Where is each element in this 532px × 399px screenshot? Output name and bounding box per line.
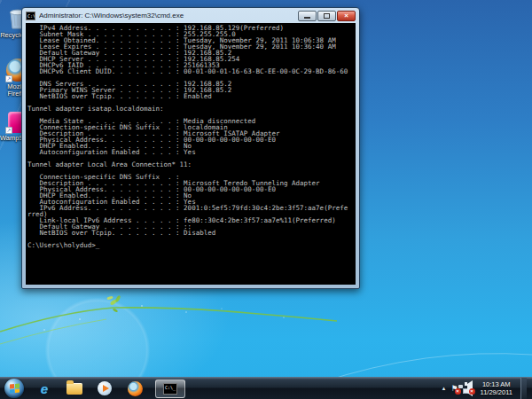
maximize-icon (324, 13, 330, 19)
firefox-icon (128, 381, 143, 396)
cmd-titlebar[interactable]: C:\_ Administrator: C:\Windows\system32\… (22, 8, 359, 23)
alert-badge: × (455, 388, 461, 395)
close-button[interactable]: × (337, 11, 356, 21)
console-text: IPv4 Address. . . . . . . . . . . : 192.… (26, 23, 356, 248)
taskbar-clock[interactable]: 10:13 AM 11/29/2011 (477, 380, 516, 396)
media-player-icon (98, 381, 112, 395)
cmd-icon: C:\_ (26, 12, 35, 20)
internet-explorer-icon: e (41, 381, 48, 396)
shortcut-arrow-icon: ↗ (5, 127, 12, 134)
shortcut-arrow-icon: ↗ (5, 75, 12, 82)
action-center-flag-icon[interactable]: ⚑ × (450, 384, 458, 393)
clock-date: 11/29/2011 (481, 388, 512, 396)
cmd-window: C:\_ Administrator: C:\Windows\system32\… (21, 7, 360, 289)
maximize-button[interactable] (317, 11, 336, 21)
minimize-icon (304, 17, 310, 19)
desktop: Recycle Bin ↗ Mozilla Firefox ↗ WampServ… (0, 0, 532, 399)
taskbar-explorer-button[interactable] (63, 379, 86, 399)
taskbar-internet-explorer-button[interactable]: e (33, 379, 56, 399)
minimize-button[interactable] (298, 11, 317, 21)
console-window-icon: C:\_ (163, 383, 177, 395)
folder-icon (66, 383, 82, 395)
console-output-area[interactable]: IPv4 Address. . . . . . . . . . . : 192.… (26, 23, 356, 285)
volume-muted-icon[interactable]: × (467, 384, 473, 393)
windows-logo-icon (10, 383, 20, 393)
taskbar-media-player-button[interactable] (93, 379, 116, 399)
system-tray: ▲ ⚑ × × 10:13 AM 11/29/2011 (442, 378, 532, 399)
taskbar: e C:\_ ▲ ⚑ × × 10:13 AM (0, 377, 532, 399)
show-hidden-icons-button[interactable]: ▲ (442, 384, 447, 393)
taskbar-cmd-button-active[interactable]: C:\_ (155, 379, 185, 398)
mute-badge: × (469, 388, 475, 395)
taskbar-firefox-button[interactable] (123, 379, 146, 399)
show-desktop-button[interactable] (520, 378, 527, 399)
start-button[interactable] (4, 379, 24, 398)
clock-time: 10:13 AM (481, 380, 512, 388)
window-title: Administrator: C:\Windows\system32\cmd.e… (39, 12, 298, 20)
